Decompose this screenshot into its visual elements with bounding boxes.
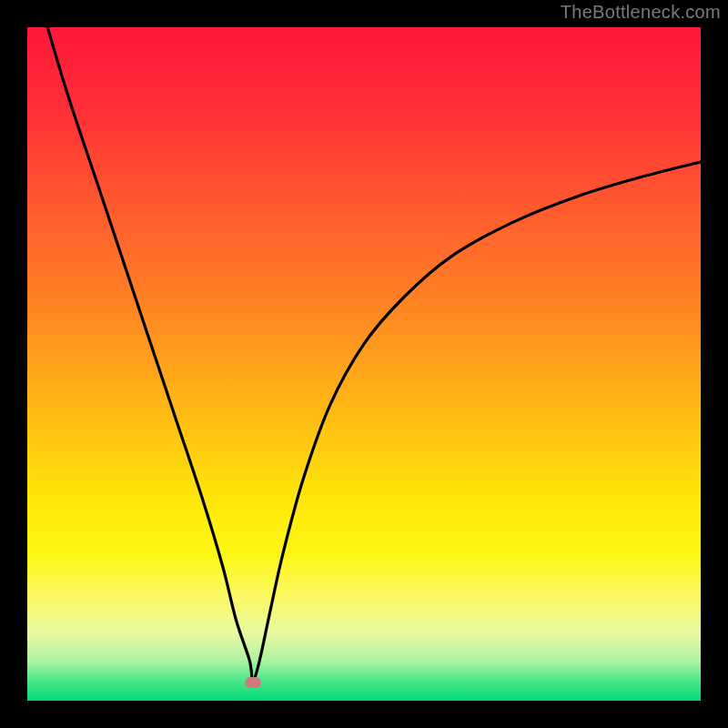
plot-area [27,27,701,701]
bottleneck-curve [27,27,701,701]
optimal-marker [245,677,261,688]
watermark-label: TheBottleneck.com [561,2,721,23]
